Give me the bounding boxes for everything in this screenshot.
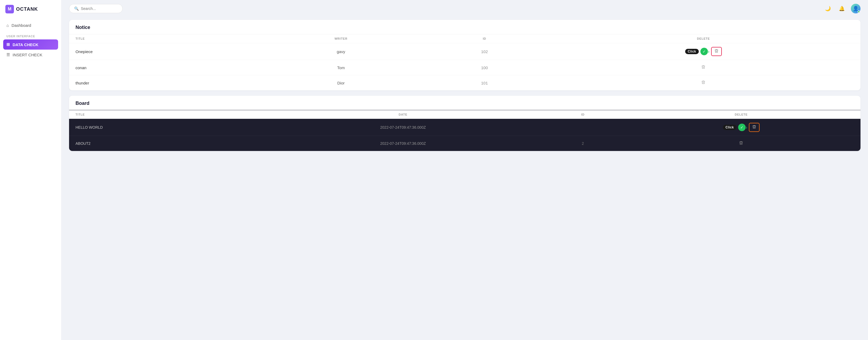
board-col-id: ID: [544, 110, 622, 119]
delete-button-notice-1[interactable]: [711, 47, 722, 56]
moon-icon[interactable]: 🌙: [823, 4, 833, 13]
topbar: 🔍 🌙 🔔 👤: [62, 0, 868, 17]
insert-check-label: INSERT CHECK: [12, 53, 42, 57]
board-card: Board TITLE DATE ID DELETE HELLO WORLD 2…: [69, 96, 861, 151]
notice-row-id: 100: [423, 60, 547, 75]
board-row-delete: [622, 136, 861, 151]
bell-icon[interactable]: 🔔: [837, 4, 846, 13]
click-badge-board: Click: [723, 125, 737, 130]
board-row-id: 2: [544, 136, 622, 151]
notice-row-writer: Dior: [259, 75, 423, 91]
sidebar-item-data-check[interactable]: ⊞ DATA CHECK: [3, 39, 58, 50]
search-bar[interactable]: 🔍: [69, 4, 123, 13]
check-arrow-notice: ›: [708, 49, 710, 54]
table-row: HELLO WORLD 2022-07-24T09:47:36.000Z Cli…: [69, 119, 861, 136]
board-title: Board: [69, 96, 861, 110]
board-col-title: TITLE: [69, 110, 262, 119]
board-row-title: ABOUT2: [69, 136, 262, 151]
click-group-notice: Click ✓ ›: [685, 48, 710, 55]
list-icon: ☰: [6, 52, 10, 57]
board-col-date: DATE: [262, 110, 544, 119]
click-group-board: Click ✓ ›: [723, 123, 747, 131]
board-col-delete: DELETE: [622, 110, 861, 119]
check-arrow-board: ›: [746, 125, 747, 130]
grid-icon: ⊞: [6, 42, 10, 47]
notice-card: Notice TITLE WRITER ID DELETE Onepiece g…: [69, 20, 861, 90]
delete-button-board-2[interactable]: [737, 140, 745, 147]
notice-title: Notice: [69, 20, 861, 34]
notice-col-delete: DELETE: [547, 34, 861, 43]
delete-button-board-1[interactable]: [749, 123, 760, 132]
notice-row-writer: Tom: [259, 60, 423, 75]
table-row: conan Tom 100: [69, 60, 861, 75]
board-row-date: 2022-07-24T09:47:36.000Z: [262, 119, 544, 136]
avatar[interactable]: 👤: [851, 4, 861, 13]
delete-button-notice-3[interactable]: [699, 79, 708, 87]
board-row-id: [544, 119, 622, 136]
notice-row-title: thunder: [69, 75, 259, 91]
notice-row-id: 101: [423, 75, 547, 91]
board-table-header: TITLE DATE ID DELETE: [69, 110, 861, 119]
data-check-label: DATA CHECK: [12, 42, 38, 47]
notice-row-delete: [547, 75, 861, 91]
notice-col-title: TITLE: [69, 34, 259, 43]
notice-col-writer: WRITER: [259, 34, 423, 43]
brand-name: OCTANK: [16, 6, 38, 12]
search-input[interactable]: [81, 6, 118, 11]
sidebar: M OCTANK ⌂ Dashboard USER INTERFACE ⊞ DA…: [0, 0, 62, 340]
topbar-icons: 🌙 🔔 👤: [823, 4, 861, 13]
sidebar-section-label: USER INTERFACE: [3, 30, 58, 39]
notice-row-title: Onepiece: [69, 43, 259, 60]
check-circle-board: ✓: [738, 123, 746, 131]
search-icon: 🔍: [74, 6, 79, 11]
avatar-online-dot: [858, 10, 860, 13]
notice-row-title: conan: [69, 60, 259, 75]
sidebar-nav: ⌂ Dashboard USER INTERFACE ⊞ DATA CHECK …: [0, 18, 61, 62]
click-badge-notice: Click: [685, 49, 699, 54]
check-circle-notice: ✓: [701, 48, 708, 55]
sidebar-item-dashboard[interactable]: ⌂ Dashboard: [3, 20, 58, 30]
notice-table: TITLE WRITER ID DELETE Onepiece gavy 102: [69, 34, 861, 90]
board-row-title: HELLO WORLD: [69, 119, 262, 136]
home-icon: ⌂: [6, 23, 9, 28]
board-table: TITLE DATE ID DELETE HELLO WORLD 2022-07…: [69, 110, 861, 151]
notice-row-id: 102: [423, 43, 547, 60]
dashboard-label: Dashboard: [11, 23, 31, 28]
logo-icon: M: [5, 5, 14, 13]
table-row: thunder Dior 101: [69, 75, 861, 91]
sidebar-logo: M OCTANK: [0, 0, 61, 18]
sidebar-item-insert-check[interactable]: ☰ INSERT CHECK: [3, 50, 58, 60]
board-row-delete: Click ✓ ›: [622, 119, 861, 136]
delete-button-notice-2[interactable]: [699, 64, 708, 71]
table-row: Onepiece gavy 102 Click ✓ ›: [69, 43, 861, 60]
notice-col-id: ID: [423, 34, 547, 43]
notice-row-delete: [547, 60, 861, 75]
notice-row-writer: gavy: [259, 43, 423, 60]
notice-table-header: TITLE WRITER ID DELETE: [69, 34, 861, 43]
main-area: 🔍 🌙 🔔 👤 Notice TITLE WRITER ID: [62, 0, 868, 340]
notice-row-delete: Click ✓ ›: [547, 43, 861, 60]
content-area: Notice TITLE WRITER ID DELETE Onepiece g…: [62, 17, 868, 340]
board-row-date: 2022-07-24T09:47:36.000Z: [262, 136, 544, 151]
table-row: ABOUT2 2022-07-24T09:47:36.000Z 2: [69, 136, 861, 151]
